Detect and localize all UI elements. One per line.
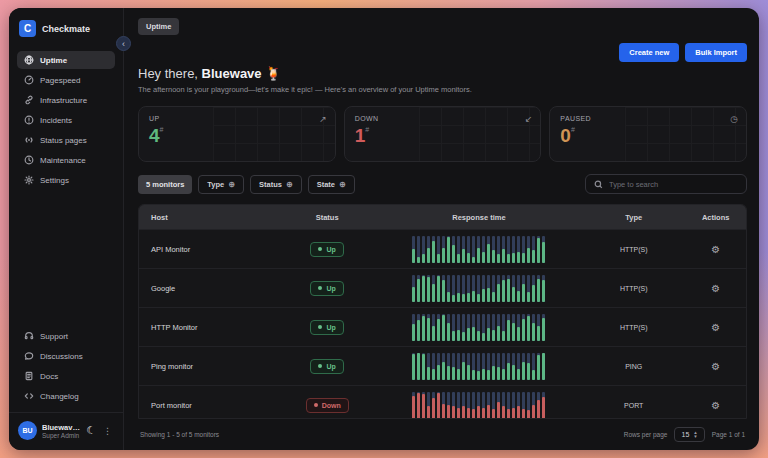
filter-chip-state[interactable]: State ⊕: [308, 175, 355, 194]
sidebar-spacer: [17, 189, 115, 323]
stat-card-up: UP 4# ↗: [138, 106, 336, 162]
alert-circle-icon: [23, 115, 34, 126]
sidebar-item-label: Settings: [40, 176, 69, 185]
monitor-type: HTTP(S): [582, 246, 685, 253]
row-settings-button[interactable]: ⚙: [711, 322, 720, 333]
create-new-button[interactable]: Create new: [619, 43, 679, 62]
status-dot-icon: [318, 286, 322, 290]
main-content: Uptime Create new Bulk Import Hey there,…: [124, 8, 759, 450]
response-time-chart: [412, 275, 545, 302]
stat-card-paused: PAUSED 0# ◷: [549, 106, 747, 162]
table-footer: Showing 1 - 5 of 5 monitors Rows per pag…: [138, 419, 747, 444]
filter-chip-status[interactable]: Status ⊕: [250, 175, 302, 194]
greeting-name: Bluewave: [202, 66, 262, 81]
sidebar-item-maintenance[interactable]: Maintenance: [17, 151, 115, 169]
search-input[interactable]: [609, 180, 738, 189]
sidebar-item-label: Uptime: [40, 56, 67, 65]
clock-icon: [23, 155, 34, 166]
table-row[interactable]: Google Up HTTP(S) ⚙: [139, 268, 746, 307]
stat-cards: UP 4# ↗ DOWN 1# ↙ PAUSED 0# ◷: [138, 106, 747, 162]
sidebar-item-uptime[interactable]: Uptime: [17, 51, 115, 69]
col-response-time: Response time: [376, 213, 582, 222]
rows-per-page-select[interactable]: 15 ▲▼: [674, 427, 704, 442]
spinner-icon: ▲▼: [693, 431, 697, 438]
sidebar-footer-nav: Support Discussions Docs Changelog: [17, 327, 115, 405]
sidebar-item-incidents[interactable]: Incidents: [17, 111, 115, 129]
monitor-count-chip[interactable]: 5 monitors: [138, 175, 192, 194]
headset-icon: [23, 331, 34, 342]
monitor-host: Port monitor: [139, 401, 279, 410]
sidebar-item-discussions[interactable]: Discussions: [17, 347, 115, 365]
sidebar-collapse-button[interactable]: ‹: [116, 36, 131, 51]
dots-vertical-icon: ⋮: [103, 426, 112, 436]
filter-chip-label: Status: [259, 180, 282, 189]
table-row[interactable]: Port monitor Down PORT ⚙: [139, 385, 746, 419]
sidebar-item-pagespeed[interactable]: Pagespeed: [17, 71, 115, 89]
response-time-chart: [412, 314, 545, 341]
brand-name: Checkmate: [42, 24, 90, 34]
gear-icon: ⚙: [711, 283, 720, 294]
sidebar-item-label: Discussions: [40, 352, 83, 361]
code-icon: [23, 391, 34, 402]
sidebar-item-changelog[interactable]: Changelog: [17, 387, 115, 405]
chat-icon: [23, 351, 34, 362]
sidebar-nav: Uptime Pagespeed Infrastructure Incident…: [17, 51, 115, 189]
table-row[interactable]: API Monitor Up HTTP(S) ⚙: [139, 229, 746, 268]
user-meta: Bluewave U... Super Admin: [42, 423, 81, 439]
status-badge: Up: [310, 359, 343, 374]
status-dot-icon: [314, 403, 318, 407]
user-menu-button[interactable]: ⋮: [101, 426, 114, 436]
row-settings-button[interactable]: ⚙: [711, 283, 720, 294]
status-dot-icon: [318, 364, 322, 368]
table-row[interactable]: Ping monitor Up PING ⚙: [139, 346, 746, 385]
stat-card-down: DOWN 1# ↙: [344, 106, 542, 162]
sidebar-item-docs[interactable]: Docs: [17, 367, 115, 385]
sidebar-item-support[interactable]: Support: [17, 327, 115, 345]
bulk-import-button[interactable]: Bulk Import: [685, 43, 747, 62]
greeting: Hey there, Bluewave 🍹 The afternoon is y…: [138, 66, 747, 94]
filter-chip-label: State: [317, 180, 335, 189]
app-window: C Checkmate ‹ Uptime Pagespeed Infrastru…: [9, 8, 759, 450]
monitor-type: HTTP(S): [582, 324, 685, 331]
stat-label: UP: [149, 115, 325, 122]
pagination-controls: Rows per page 15 ▲▼ Page 1 of 1: [624, 427, 745, 442]
status-dot-icon: [318, 325, 322, 329]
table-row[interactable]: HTTP Monitor Up HTTP(S) ⚙: [139, 307, 746, 346]
gear-icon: ⚙: [711, 244, 720, 255]
row-settings-button[interactable]: ⚙: [711, 361, 720, 372]
globe-icon: [23, 55, 34, 66]
header-actions: Create new Bulk Import: [138, 43, 747, 62]
rows-per-page-label: Rows per page: [624, 431, 668, 438]
link-icon: [23, 95, 34, 106]
chevron-left-icon: ‹: [122, 38, 125, 50]
user-section: BU Bluewave U... Super Admin ☾ ⋮: [17, 413, 115, 442]
filter-chip-type[interactable]: Type ⊕: [198, 175, 244, 194]
sidebar-item-infrastructure[interactable]: Infrastructure: [17, 91, 115, 109]
monitor-host: Google: [139, 284, 279, 293]
row-settings-button[interactable]: ⚙: [711, 400, 720, 411]
sidebar-item-status-pages[interactable]: Status pages: [17, 131, 115, 149]
response-time-chart: [412, 392, 545, 419]
monitor-type: PING: [582, 363, 685, 370]
sidebar-item-label: Support: [40, 332, 68, 341]
user-name: Bluewave U...: [42, 423, 81, 432]
row-settings-button[interactable]: ⚙: [711, 244, 720, 255]
user-role: Super Admin: [42, 432, 81, 439]
gear-icon: [23, 175, 34, 186]
monitor-type: HTTP(S): [582, 285, 685, 292]
arrow-down-left-icon: ↙: [525, 114, 533, 124]
status-badge: Up: [310, 281, 343, 296]
col-actions: Actions: [685, 213, 746, 222]
gear-icon: ⚙: [711, 361, 720, 372]
brand-logo: C: [19, 20, 36, 37]
monitors-table: Host Status Response time Type Actions A…: [138, 204, 747, 419]
sidebar-item-settings[interactable]: Settings: [17, 171, 115, 189]
stat-label: PAUSED: [560, 115, 736, 122]
avatar[interactable]: BU: [18, 421, 37, 440]
search-box[interactable]: [585, 174, 747, 194]
brand[interactable]: C Checkmate: [17, 18, 115, 47]
dark-mode-toggle[interactable]: ☾: [86, 424, 96, 437]
filter-chip-label: Type: [207, 180, 224, 189]
clock-pause-icon: ◷: [730, 114, 738, 124]
breadcrumb[interactable]: Uptime: [138, 18, 179, 35]
